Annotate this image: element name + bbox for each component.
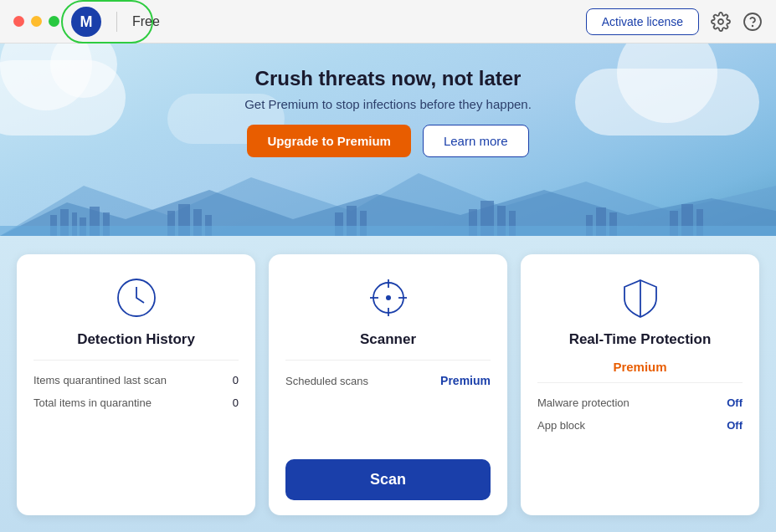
- scanner-title: Scanner: [360, 331, 416, 348]
- total-quarantine-value: 0: [233, 396, 239, 409]
- close-button[interactable]: [13, 16, 24, 27]
- quarantine-last-scan-row: Items quarantined last scan 0: [33, 369, 239, 391]
- total-quarantine-label: Total items in quarantine: [33, 396, 152, 409]
- hero-banner: Crush threats now, not later Get Premium…: [0, 43, 776, 236]
- protection-premium-label: Premium: [613, 360, 666, 374]
- gear-icon: [711, 12, 731, 32]
- quarantine-last-scan-value: 0: [233, 374, 239, 386]
- titlebar: M Free Activate license: [0, 0, 776, 43]
- app-tier-label: Free: [132, 14, 160, 29]
- malware-protection-label: Malware protection: [537, 396, 630, 409]
- scheduled-scans-label: Scheduled scans: [285, 375, 368, 387]
- app-block-row: App block Off: [537, 414, 743, 437]
- detection-history-card: Detection History Items quarantined last…: [17, 254, 255, 515]
- logo-area: M Free: [71, 7, 160, 37]
- malware-protection-value: Off: [727, 396, 743, 409]
- settings-button[interactable]: [711, 12, 731, 32]
- learn-more-button[interactable]: Learn more: [423, 125, 529, 157]
- protection-icon: [615, 273, 666, 323]
- separator: [116, 12, 117, 32]
- minimize-button[interactable]: [31, 16, 42, 27]
- shield-icon: [618, 275, 663, 320]
- maximize-button[interactable]: [49, 16, 59, 27]
- divider: [537, 382, 743, 383]
- real-time-protection-card: Real-Time Protection Premium Malware pro…: [521, 254, 759, 515]
- crosshair-icon: [365, 274, 412, 321]
- app-logo: M: [71, 7, 101, 37]
- detection-history-icon: [111, 273, 162, 323]
- svg-point-0: [718, 19, 723, 24]
- cityscape-svg: [0, 169, 776, 236]
- malware-protection-row: Malware protection Off: [537, 391, 743, 414]
- hero-buttons: Upgrade to Premium Learn more: [247, 125, 528, 157]
- help-button[interactable]: [743, 12, 763, 32]
- divider: [33, 360, 239, 361]
- help-icon: [743, 12, 763, 32]
- svg-point-1: [744, 13, 761, 30]
- clock-icon: [114, 275, 159, 320]
- hero-subtitle: Get Premium to stop infections before th…: [244, 97, 532, 111]
- scan-button[interactable]: Scan: [285, 459, 491, 500]
- upgrade-premium-button[interactable]: Upgrade to Premium: [247, 125, 411, 157]
- app-block-label: App block: [537, 419, 585, 432]
- scanner-icon: [363, 273, 414, 323]
- titlebar-right: Activate license: [586, 8, 763, 35]
- scanner-card: Scanner Scheduled scans Premium Scan: [269, 254, 507, 515]
- detection-rows: Items quarantined last scan 0 Total item…: [33, 369, 239, 414]
- detection-history-title: Detection History: [77, 331, 195, 348]
- divider: [285, 360, 491, 361]
- cloud-right: [575, 69, 759, 136]
- hero-title: Crush threats now, not later: [255, 67, 522, 90]
- scanner-rows: Scheduled scans Premium: [285, 369, 491, 392]
- cards-section: Detection History Items quarantined last…: [0, 236, 776, 532]
- quarantine-last-scan-label: Items quarantined last scan: [33, 374, 167, 386]
- protection-rows: Malware protection Off App block Off: [537, 391, 743, 437]
- app-block-value: Off: [727, 419, 743, 432]
- traffic-lights: [13, 16, 59, 27]
- logo-letter: M: [80, 14, 93, 29]
- cloud-left: [0, 60, 126, 136]
- svg-rect-28: [0, 226, 776, 236]
- activate-license-button[interactable]: Activate license: [586, 8, 699, 35]
- scheduled-scans-value: Premium: [440, 374, 491, 387]
- total-quarantine-row: Total items in quarantine 0: [33, 391, 239, 414]
- scheduled-scans-row: Scheduled scans Premium: [285, 369, 491, 392]
- protection-title: Real-Time Protection: [569, 331, 712, 348]
- svg-point-35: [386, 295, 391, 300]
